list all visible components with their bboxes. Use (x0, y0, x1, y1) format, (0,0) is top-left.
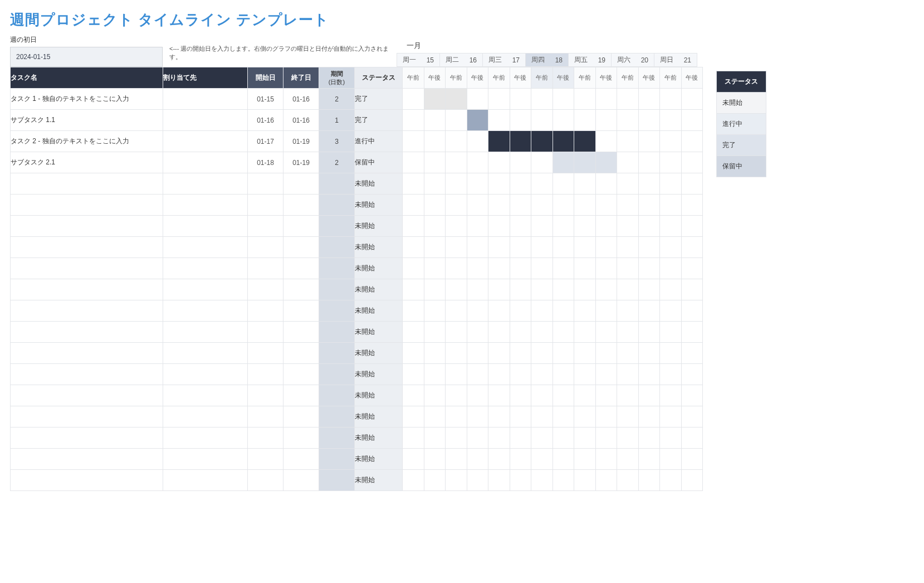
start-date-cell[interactable]: 01-16 (248, 110, 283, 131)
start-date-cell[interactable] (248, 216, 283, 237)
start-date-cell[interactable] (248, 385, 283, 406)
assignee-cell[interactable] (163, 152, 248, 173)
status-cell[interactable]: 未開始 (355, 364, 403, 385)
assignee-cell[interactable] (163, 300, 248, 322)
task-cell[interactable] (11, 216, 163, 237)
end-date-cell[interactable] (283, 216, 319, 237)
gantt-cell (595, 427, 617, 449)
status-cell[interactable]: 完了 (355, 110, 403, 131)
week-start-input[interactable] (10, 47, 163, 67)
task-cell[interactable] (11, 406, 163, 427)
start-date-cell[interactable]: 01-18 (248, 152, 283, 173)
status-cell[interactable]: 進行中 (355, 131, 403, 152)
task-cell[interactable]: タスク 2 - 独自のテキストをここに入力 (11, 131, 163, 152)
task-cell[interactable] (11, 300, 163, 322)
status-cell[interactable]: 未開始 (355, 173, 403, 195)
status-cell[interactable]: 未開始 (355, 322, 403, 343)
end-date-cell[interactable] (283, 406, 319, 427)
assignee-cell[interactable] (163, 110, 248, 131)
start-date-cell[interactable] (248, 406, 283, 427)
task-cell[interactable] (11, 427, 163, 449)
assignee-cell[interactable] (163, 343, 248, 364)
assignee-cell[interactable] (163, 216, 248, 237)
status-cell[interactable]: 保留中 (355, 152, 403, 173)
assignee-cell[interactable] (163, 89, 248, 110)
end-date-cell[interactable] (283, 300, 319, 322)
status-cell[interactable]: 未開始 (355, 195, 403, 216)
status-cell[interactable]: 未開始 (355, 406, 403, 427)
end-date-cell[interactable]: 01-16 (283, 89, 319, 110)
end-date-cell[interactable] (283, 258, 319, 279)
task-cell[interactable] (11, 279, 163, 300)
task-cell[interactable] (11, 195, 163, 216)
end-date-cell[interactable]: 01-19 (283, 131, 319, 152)
start-date-cell[interactable]: 01-17 (248, 131, 283, 152)
assignee-cell[interactable] (163, 449, 248, 470)
task-cell[interactable] (11, 364, 163, 385)
start-date-cell[interactable]: 01-15 (248, 89, 283, 110)
status-cell[interactable]: 未開始 (355, 343, 403, 364)
end-date-cell[interactable] (283, 343, 319, 364)
task-cell[interactable] (11, 343, 163, 364)
assignee-cell[interactable] (163, 237, 248, 258)
status-cell[interactable]: 未開始 (355, 258, 403, 279)
task-cell[interactable]: タスク 1 - 独自のテキストをここに入力 (11, 89, 163, 110)
gantt-cell (403, 89, 424, 110)
status-cell[interactable]: 未開始 (355, 470, 403, 491)
assignee-cell[interactable] (163, 279, 248, 300)
gantt-cell (531, 89, 553, 110)
status-cell[interactable]: 未開始 (355, 216, 403, 237)
assignee-cell[interactable] (163, 470, 248, 491)
status-cell[interactable]: 未開始 (355, 449, 403, 470)
start-date-cell[interactable] (248, 237, 283, 258)
end-date-cell[interactable] (283, 427, 319, 449)
end-date-cell[interactable] (283, 279, 319, 300)
end-date-cell[interactable] (283, 237, 319, 258)
assignee-cell[interactable] (163, 385, 248, 406)
start-date-cell[interactable] (248, 279, 283, 300)
assignee-cell[interactable] (163, 173, 248, 195)
end-date-cell[interactable] (283, 173, 319, 195)
task-cell[interactable] (11, 173, 163, 195)
status-cell[interactable]: 未開始 (355, 385, 403, 406)
start-date-cell[interactable] (248, 364, 283, 385)
task-cell[interactable]: サブタスク 1.1 (11, 110, 163, 131)
start-date-cell[interactable] (248, 258, 283, 279)
status-cell[interactable]: 完了 (355, 89, 403, 110)
task-cell[interactable] (11, 322, 163, 343)
task-cell[interactable] (11, 237, 163, 258)
gantt-cell (638, 216, 660, 237)
start-date-cell[interactable] (248, 449, 283, 470)
end-date-cell[interactable] (283, 364, 319, 385)
status-cell[interactable]: 未開始 (355, 279, 403, 300)
assignee-cell[interactable] (163, 131, 248, 152)
end-date-cell[interactable] (283, 195, 319, 216)
status-cell[interactable]: 未開始 (355, 427, 403, 449)
assignee-cell[interactable] (163, 322, 248, 343)
start-date-cell[interactable] (248, 300, 283, 322)
start-date-cell[interactable] (248, 427, 283, 449)
end-date-cell[interactable]: 01-16 (283, 110, 319, 131)
end-date-cell[interactable] (283, 470, 319, 491)
assignee-cell[interactable] (163, 258, 248, 279)
start-date-cell[interactable] (248, 470, 283, 491)
start-date-cell[interactable] (248, 195, 283, 216)
task-cell[interactable] (11, 449, 163, 470)
assignee-cell[interactable] (163, 406, 248, 427)
end-date-cell[interactable] (283, 322, 319, 343)
start-date-cell[interactable] (248, 173, 283, 195)
end-date-cell[interactable] (283, 385, 319, 406)
start-date-cell[interactable] (248, 343, 283, 364)
task-cell[interactable] (11, 470, 163, 491)
task-cell[interactable]: サブタスク 2.1 (11, 152, 163, 173)
task-cell[interactable] (11, 258, 163, 279)
assignee-cell[interactable] (163, 195, 248, 216)
status-cell[interactable]: 未開始 (355, 300, 403, 322)
task-cell[interactable] (11, 385, 163, 406)
assignee-cell[interactable] (163, 427, 248, 449)
assignee-cell[interactable] (163, 364, 248, 385)
end-date-cell[interactable]: 01-19 (283, 152, 319, 173)
start-date-cell[interactable] (248, 322, 283, 343)
status-cell[interactable]: 未開始 (355, 237, 403, 258)
end-date-cell[interactable] (283, 449, 319, 470)
